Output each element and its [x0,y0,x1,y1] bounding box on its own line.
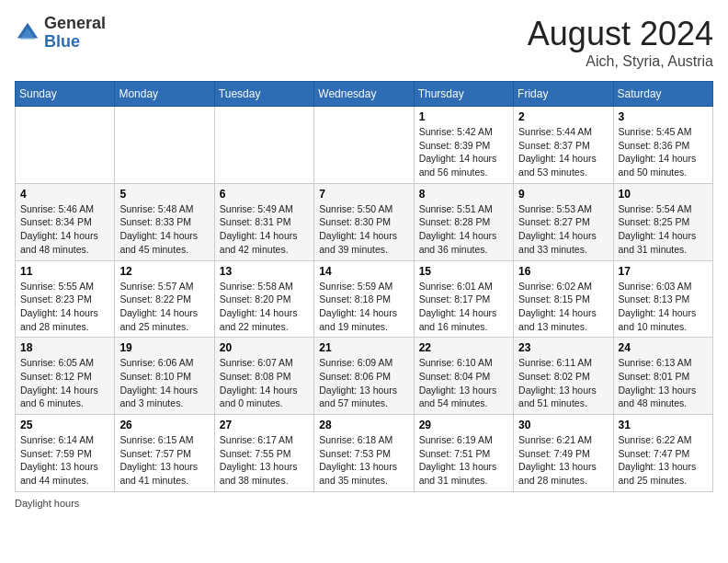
day-info: Sunrise: 6:03 AMSunset: 8:13 PMDaylight:… [619,280,708,334]
day-number: 3 [619,110,708,123]
calendar-cell: 27Sunrise: 6:17 AMSunset: 7:55 PMDayligh… [214,415,313,492]
calendar-cell: 13Sunrise: 5:58 AMSunset: 8:20 PMDayligh… [214,260,313,338]
day-info: Sunrise: 6:06 AMSunset: 8:10 PMDaylight:… [119,356,209,410]
calendar-cell: 1Sunrise: 5:42 AMSunset: 8:39 PMDaylight… [414,107,513,184]
calendar-day-header: Wednesday [314,82,414,107]
calendar-cell: 10Sunrise: 5:54 AMSunset: 8:25 PMDayligh… [613,183,712,260]
day-number: 10 [619,188,708,201]
day-number: 6 [220,188,309,201]
calendar-cell: 3Sunrise: 5:45 AMSunset: 8:36 PMDaylight… [613,107,712,184]
logo-text: General Blue [44,15,106,52]
day-info: Sunrise: 5:51 AMSunset: 8:28 PMDaylight:… [419,202,508,257]
calendar-week-row: 11Sunrise: 5:55 AMSunset: 8:23 PMDayligh… [16,260,713,338]
calendar-cell: 26Sunrise: 6:15 AMSunset: 7:57 PMDayligh… [115,415,214,492]
calendar-cell [115,107,214,184]
calendar-header-row: SundayMondayTuesdayWednesdayThursdayFrid… [16,82,713,107]
day-number: 12 [119,265,209,278]
day-info: Sunrise: 5:50 AMSunset: 8:30 PMDaylight:… [319,202,408,257]
day-number: 11 [20,265,109,278]
day-number: 29 [419,419,508,431]
calendar-cell: 31Sunrise: 6:22 AMSunset: 7:47 PMDayligh… [613,415,712,492]
day-number: 2 [518,110,608,123]
day-info: Sunrise: 6:18 AMSunset: 7:53 PMDaylight:… [319,433,408,488]
day-number: 27 [220,419,309,431]
day-info: Sunrise: 5:54 AMSunset: 8:25 PMDaylight:… [619,202,708,257]
day-info: Sunrise: 6:05 AMSunset: 8:12 PMDaylight:… [20,356,109,410]
day-number: 15 [419,265,508,278]
day-number: 25 [20,419,109,431]
logo: General Blue [15,15,106,52]
day-info: Sunrise: 5:53 AMSunset: 8:27 PMDaylight:… [518,202,608,257]
day-number: 31 [619,419,708,431]
day-info: Sunrise: 6:15 AMSunset: 7:57 PMDaylight:… [119,433,209,488]
day-info: Sunrise: 6:19 AMSunset: 7:51 PMDaylight:… [419,433,508,488]
day-info: Sunrise: 6:17 AMSunset: 7:55 PMDaylight:… [220,433,309,488]
calendar-cell: 23Sunrise: 6:11 AMSunset: 8:02 PMDayligh… [514,338,613,415]
calendar-cell: 6Sunrise: 5:49 AMSunset: 8:31 PMDaylight… [214,183,313,260]
calendar-cell: 14Sunrise: 5:59 AMSunset: 8:18 PMDayligh… [314,260,414,338]
day-number: 9 [518,188,608,201]
calendar-cell [16,107,115,184]
day-number: 19 [119,341,209,354]
day-info: Sunrise: 5:57 AMSunset: 8:22 PMDaylight:… [119,280,209,334]
day-number: 13 [220,265,309,278]
calendar-cell: 28Sunrise: 6:18 AMSunset: 7:53 PMDayligh… [314,415,414,492]
day-info: Sunrise: 5:49 AMSunset: 8:31 PMDaylight:… [220,202,309,257]
calendar-cell [214,107,313,184]
day-info: Sunrise: 6:10 AMSunset: 8:04 PMDaylight:… [419,356,508,410]
day-info: Sunrise: 5:58 AMSunset: 8:20 PMDaylight:… [220,280,309,334]
day-info: Sunrise: 5:46 AMSunset: 8:34 PMDaylight:… [20,202,109,257]
day-number: 7 [319,188,408,201]
calendar-day-header: Saturday [613,82,712,107]
calendar-cell: 17Sunrise: 6:03 AMSunset: 8:13 PMDayligh… [613,260,712,338]
day-info: Sunrise: 6:01 AMSunset: 8:17 PMDaylight:… [419,280,508,334]
day-number: 26 [119,419,209,431]
calendar-day-header: Friday [514,82,613,107]
day-number: 18 [20,341,109,354]
calendar-cell: 20Sunrise: 6:07 AMSunset: 8:08 PMDayligh… [214,338,313,415]
calendar-week-row: 4Sunrise: 5:46 AMSunset: 8:34 PMDaylight… [16,183,713,260]
day-info: Sunrise: 6:11 AMSunset: 8:02 PMDaylight:… [518,356,608,410]
day-number: 17 [619,265,708,278]
calendar-week-row: 18Sunrise: 6:05 AMSunset: 8:12 PMDayligh… [16,338,713,415]
calendar-cell: 7Sunrise: 5:50 AMSunset: 8:30 PMDaylight… [314,183,414,260]
calendar-cell: 19Sunrise: 6:06 AMSunset: 8:10 PMDayligh… [115,338,214,415]
day-number: 14 [319,265,408,278]
day-info: Sunrise: 6:13 AMSunset: 8:01 PMDaylight:… [619,356,708,410]
day-number: 21 [319,341,408,354]
logo-icon [15,20,40,46]
day-info: Sunrise: 6:14 AMSunset: 7:59 PMDaylight:… [20,433,109,488]
calendar-week-row: 1Sunrise: 5:42 AMSunset: 8:39 PMDaylight… [16,107,713,184]
day-info: Sunrise: 6:07 AMSunset: 8:08 PMDaylight:… [220,356,309,410]
day-info: Sunrise: 6:09 AMSunset: 8:06 PMDaylight:… [319,356,408,410]
day-info: Sunrise: 6:22 AMSunset: 7:47 PMDaylight:… [619,433,708,488]
day-number: 22 [419,341,508,354]
day-number: 16 [518,265,608,278]
calendar-cell: 29Sunrise: 6:19 AMSunset: 7:51 PMDayligh… [414,415,513,492]
calendar-day-header: Thursday [414,82,513,107]
calendar-cell: 15Sunrise: 6:01 AMSunset: 8:17 PMDayligh… [414,260,513,338]
footer-note: Daylight hours [15,498,713,509]
calendar-cell: 4Sunrise: 5:46 AMSunset: 8:34 PMDaylight… [16,183,115,260]
calendar-day-header: Sunday [16,82,115,107]
day-info: Sunrise: 5:59 AMSunset: 8:18 PMDaylight:… [319,280,408,334]
day-number: 28 [319,419,408,431]
page-header: General Blue August 2024 Aich, Styria, A… [15,15,713,70]
day-number: 8 [419,188,508,201]
day-number: 23 [518,341,608,354]
calendar-cell: 21Sunrise: 6:09 AMSunset: 8:06 PMDayligh… [314,338,414,415]
calendar-cell: 9Sunrise: 5:53 AMSunset: 8:27 PMDaylight… [514,183,613,260]
calendar-cell: 2Sunrise: 5:44 AMSunset: 8:37 PMDaylight… [514,107,613,184]
calendar-cell [314,107,414,184]
day-info: Sunrise: 5:44 AMSunset: 8:37 PMDaylight:… [518,125,608,179]
day-info: Sunrise: 5:48 AMSunset: 8:33 PMDaylight:… [119,202,209,257]
calendar-table: SundayMondayTuesdayWednesdayThursdayFrid… [15,81,713,492]
calendar-day-header: Tuesday [214,82,313,107]
calendar-cell: 25Sunrise: 6:14 AMSunset: 7:59 PMDayligh… [16,415,115,492]
calendar-cell: 12Sunrise: 5:57 AMSunset: 8:22 PMDayligh… [115,260,214,338]
day-info: Sunrise: 5:42 AMSunset: 8:39 PMDaylight:… [419,125,508,179]
day-number: 5 [119,188,209,201]
location: Aich, Styria, Austria [528,53,713,70]
day-info: Sunrise: 5:45 AMSunset: 8:36 PMDaylight:… [619,125,708,179]
calendar-cell: 22Sunrise: 6:10 AMSunset: 8:04 PMDayligh… [414,338,513,415]
